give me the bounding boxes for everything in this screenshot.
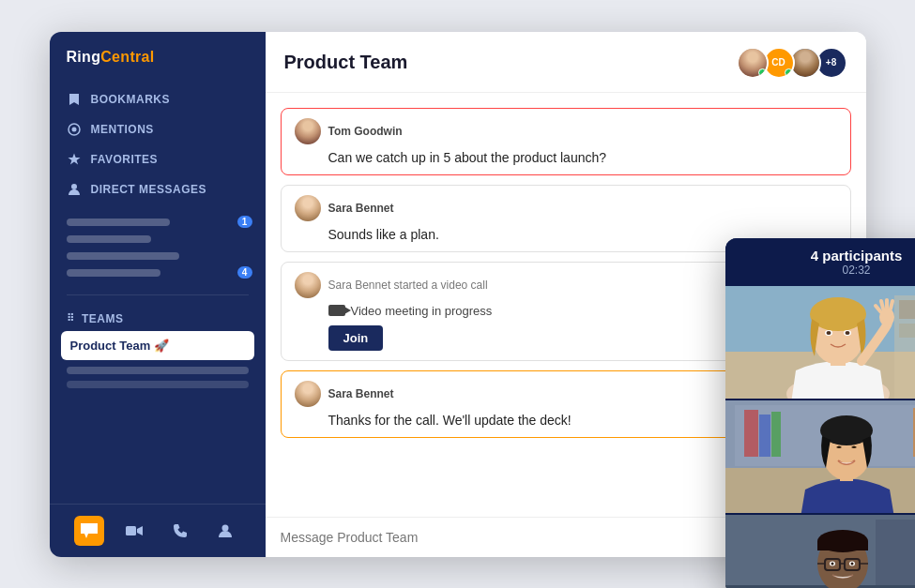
svg-point-20 [845, 331, 849, 335]
chat-title: Product Team [284, 52, 408, 73]
dm-item-1[interactable]: 1 [50, 214, 266, 231]
team-item-product[interactable]: Product Team 🚀 [61, 331, 254, 360]
video-grid [725, 286, 916, 589]
app-container: RingCentral BOOKMARKS MENTIONS [50, 32, 866, 557]
join-button[interactable]: Join [328, 325, 384, 351]
bookmark-icon [67, 92, 82, 107]
teams-section: ⠿ TEAMS Product Team 🚀 [50, 301, 266, 396]
bottom-icon-profile[interactable] [210, 516, 240, 546]
participants-count: 4 participants [735, 248, 916, 264]
svg-point-3 [71, 184, 77, 189]
svg-line-24 [891, 301, 892, 309]
svg-marker-2 [68, 154, 80, 165]
teams-header: ⠿ TEAMS [50, 309, 266, 331]
avatar-1 [737, 47, 769, 79]
video-tile-2 [725, 400, 916, 513]
message-1: Tom Goodwin Can we catch up in 5 about t… [281, 108, 851, 175]
svg-rect-32 [771, 412, 781, 457]
svg-rect-41 [876, 520, 916, 585]
sender-name-4: Sara Bennet [328, 387, 394, 400]
svg-rect-4 [126, 526, 136, 535]
svg-point-54 [850, 562, 853, 565]
sidebar-bottom [50, 504, 266, 557]
video-panel: 4 participants 02:32 [725, 238, 916, 589]
dm-item-3[interactable] [50, 248, 266, 264]
svg-point-53 [831, 562, 833, 565]
sidebar-item-mentions[interactable]: MENTIONS [50, 114, 266, 144]
sender-avatar-3 [295, 272, 321, 298]
call-timer: 02:32 [735, 264, 916, 277]
svg-rect-39 [725, 585, 916, 589]
message-text-1: Can we catch up in 5 about the product l… [295, 150, 837, 165]
divider [67, 294, 249, 295]
dm-item-2[interactable] [50, 231, 266, 248]
dm-item-4[interactable]: 4 [50, 264, 266, 281]
team-item-3[interactable] [67, 381, 249, 388]
sender-name-1: Tom Goodwin [328, 125, 403, 138]
sidebar-item-bookmarks[interactable]: BOOKMARKS [50, 84, 266, 114]
video-tile-3 [725, 515, 916, 589]
dm-badge-1: 1 [237, 216, 252, 228]
chat-header: Product Team CD +8 [266, 32, 866, 93]
video-tile-1 [725, 286, 916, 399]
svg-line-22 [881, 301, 883, 309]
dm-badge-2: 4 [237, 266, 252, 279]
video-panel-header: 4 participants 02:32 [725, 238, 916, 286]
dm-list: 1 4 [50, 210, 266, 289]
svg-rect-45 [817, 541, 868, 550]
participant-avatars: CD +8 [737, 47, 847, 79]
team-item-2[interactable] [67, 367, 249, 374]
svg-point-5 [222, 524, 229, 531]
bottom-icon-chat[interactable] [74, 516, 104, 546]
sender-avatar-1 [295, 118, 321, 144]
sidebar: RingCentral BOOKMARKS MENTIONS [50, 32, 266, 557]
svg-rect-31 [759, 415, 770, 457]
sidebar-item-direct-messages[interactable]: DIRECT MESSAGES [50, 174, 266, 204]
teams-grid-icon: ⠿ [67, 312, 75, 324]
svg-rect-9 [899, 300, 916, 319]
bottom-icon-video[interactable] [119, 516, 149, 546]
sidebar-nav: BOOKMARKS MENTIONS FAVORITES [50, 79, 266, 210]
sender-name-2: Sara Bennet [328, 202, 394, 215]
svg-rect-10 [899, 324, 916, 338]
at-icon [67, 122, 82, 137]
svg-point-19 [826, 331, 831, 335]
svg-rect-30 [744, 410, 758, 457]
app-logo: RingCentral [50, 32, 266, 79]
sender-avatar-2 [295, 195, 321, 221]
star-icon [67, 152, 82, 167]
online-indicator-1 [758, 68, 767, 77]
sidebar-item-favorites[interactable]: FAVORITES [50, 144, 266, 174]
sender-avatar-4 [295, 381, 321, 407]
bottom-icon-phone[interactable] [165, 516, 195, 546]
online-indicator-2 [785, 68, 793, 77]
person-icon [67, 182, 82, 197]
sender-name-3: Sara Bennet started a video call [328, 279, 488, 292]
svg-point-1 [71, 127, 76, 131]
